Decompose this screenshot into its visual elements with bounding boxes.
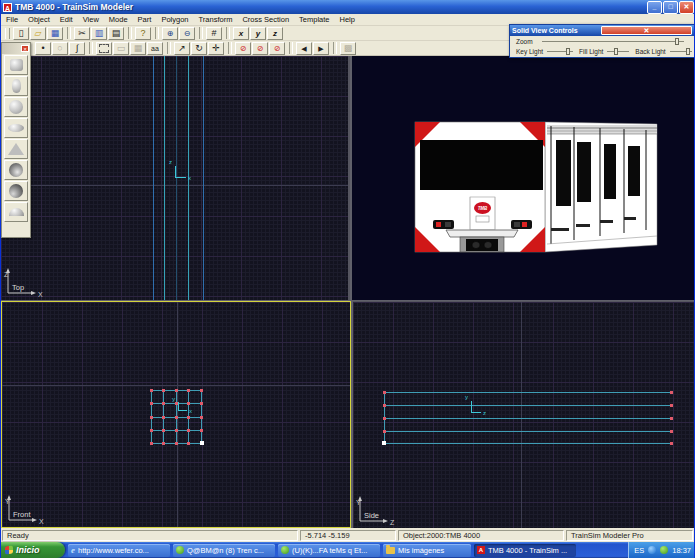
palette-close-button[interactable]: ✕ xyxy=(21,45,29,52)
solid-view-controls-title: Solid View Controls xyxy=(512,27,601,34)
side-view-geometry: y z xyxy=(353,302,695,528)
fill-light-slider-thumb[interactable] xyxy=(614,48,618,55)
box-tool-button[interactable] xyxy=(4,55,28,75)
palette-title-bar[interactable]: ✕ xyxy=(2,43,30,54)
cut-button[interactable]: ✂ xyxy=(74,27,90,40)
menu-edit[interactable]: Edit xyxy=(55,15,78,24)
status-message: Ready xyxy=(2,530,298,541)
key-light-slider-thumb[interactable] xyxy=(566,48,570,55)
marquee-select-button[interactable] xyxy=(96,42,112,55)
tray-messenger-icon[interactable] xyxy=(660,546,668,554)
system-tray: ES 18:37 xyxy=(628,542,695,558)
ellipse-tool-button[interactable]: ○ xyxy=(52,42,68,55)
menu-file[interactable]: File xyxy=(1,15,23,24)
cone-icon xyxy=(8,143,24,155)
cone-tool-button[interactable] xyxy=(4,139,28,159)
svg-text:x: x xyxy=(189,408,192,414)
taskbar-item-label: Q@BM@n (8) Tren c... xyxy=(187,546,264,555)
weld-tool-button[interactable]: ▦ xyxy=(130,42,146,55)
fill-light-slider[interactable] xyxy=(607,48,629,55)
names-tool-button[interactable]: aa xyxy=(147,42,163,55)
maximize-button[interactable]: □ xyxy=(663,1,678,14)
minimize-button[interactable]: _ xyxy=(647,1,662,14)
sphere-icon xyxy=(9,100,23,114)
menu-cross-section[interactable]: Cross Section xyxy=(237,15,294,24)
menu-mode[interactable]: Mode xyxy=(104,15,133,24)
status-edition: TrainSim Modeler Pro xyxy=(566,530,693,541)
menu-polygon[interactable]: Polygon xyxy=(156,15,193,24)
app-icon: A xyxy=(3,3,12,12)
language-indicator[interactable]: ES xyxy=(634,546,644,555)
tray-network-icon[interactable] xyxy=(648,546,656,554)
zoom-in-button[interactable]: ⊕ xyxy=(162,27,178,40)
status-object: Object:2000:TMB 4000 xyxy=(398,530,564,541)
menu-object[interactable]: Object xyxy=(23,15,55,24)
help-button[interactable]: ? xyxy=(135,27,151,40)
axis-y-button[interactable]: y xyxy=(250,27,266,40)
sphere-tool-button[interactable] xyxy=(4,97,28,117)
taskbar-item-trainsim[interactable]: A TMB 4000 - TrainSim ... xyxy=(474,544,576,557)
point-icon: • xyxy=(41,43,44,54)
axis-x-button[interactable]: x xyxy=(233,27,249,40)
svg-text:z: z xyxy=(483,410,486,416)
solid-view-controls-close-button[interactable]: ✕ xyxy=(601,26,692,35)
taskbar-item-my-pictures[interactable]: Mis imágenes xyxy=(383,544,471,557)
axis-z-button[interactable]: z xyxy=(267,27,283,40)
geosphere-tool-button[interactable] xyxy=(4,160,28,180)
viewport-front[interactable]: y x Y Front xyxy=(1,301,351,528)
scale-tool-button[interactable]: ✛ xyxy=(208,42,224,55)
zoom-slider[interactable] xyxy=(542,38,684,45)
menu-help[interactable]: Help xyxy=(335,15,360,24)
taskbar-item-browser[interactable]: e http://www.wefer.co... xyxy=(68,544,170,557)
viewport-top[interactable]: z x Z Top X xyxy=(1,56,350,300)
key-light-slider[interactable] xyxy=(547,48,573,55)
lock-y-button[interactable]: ⊘ xyxy=(252,42,268,55)
start-button[interactable]: Inicio xyxy=(1,542,65,558)
zoom-out-button[interactable]: ⊖ xyxy=(179,27,195,40)
measure-tool-button[interactable]: ▭ xyxy=(113,42,129,55)
toolbar-separator xyxy=(67,27,71,39)
new-button[interactable]: ▯ xyxy=(13,27,29,40)
viewport-side[interactable]: y z Y Side xyxy=(353,301,695,528)
copy-button[interactable]: ▥ xyxy=(91,27,107,40)
axis-z-icon: z xyxy=(273,28,277,39)
menu-template[interactable]: Template xyxy=(294,15,334,24)
taskbar-item-messenger-2[interactable]: (U)(K)...FA teMs q Et... xyxy=(278,544,380,557)
svg-text:x: x xyxy=(188,175,191,181)
textured-sphere-tool-button[interactable] xyxy=(4,181,28,201)
close-button[interactable]: ✕ xyxy=(679,1,694,14)
lock-z-button[interactable]: ⊘ xyxy=(269,42,285,55)
start-button-label: Inicio xyxy=(16,545,40,555)
next-part-button[interactable]: ▶ xyxy=(313,42,329,55)
prev-part-button[interactable]: ◀ xyxy=(296,42,312,55)
back-light-slider-thumb[interactable] xyxy=(686,48,690,55)
hide-tool-button[interactable]: ▩ xyxy=(340,42,356,55)
save-button[interactable]: ▦ xyxy=(47,27,63,40)
point-tool-button[interactable]: • xyxy=(35,42,51,55)
dome-tool-button[interactable] xyxy=(4,202,28,222)
viewport-solid-3d[interactable]: TMB xyxy=(352,56,695,300)
menu-part[interactable]: Part xyxy=(133,15,157,24)
lock-x-icon: ⊘ xyxy=(240,43,247,54)
svg-text:y: y xyxy=(172,396,175,402)
rotate-tool-button[interactable]: ↻ xyxy=(191,42,207,55)
lock-x-button[interactable]: ⊘ xyxy=(235,42,251,55)
zoom-slider-thumb[interactable] xyxy=(675,38,679,45)
line-icon: ↗ xyxy=(178,43,186,54)
disc-tool-button[interactable] xyxy=(4,118,28,138)
menu-transform[interactable]: Transform xyxy=(193,15,237,24)
grid-toggle-button[interactable]: # xyxy=(206,27,222,40)
cylinder-tool-button[interactable] xyxy=(4,76,28,96)
open-button[interactable]: ▱ xyxy=(30,27,46,40)
back-light-slider[interactable] xyxy=(670,48,692,55)
line-tool-button[interactable]: ↗ xyxy=(174,42,190,55)
paste-button[interactable]: ▤ xyxy=(108,27,124,40)
taskbar-item-messenger-1[interactable]: Q@BM@n (8) Tren c... xyxy=(173,544,275,557)
paste-icon: ▤ xyxy=(112,28,121,39)
spline-tool-button[interactable]: ∫ xyxy=(69,42,85,55)
toolbar-grip[interactable] xyxy=(5,28,10,39)
solid-view-controls-title-bar[interactable]: Solid View Controls ✕ xyxy=(510,25,694,36)
clock[interactable]: 18:37 xyxy=(672,546,691,555)
menu-view[interactable]: View xyxy=(78,15,104,24)
copy-icon: ▥ xyxy=(95,28,104,39)
